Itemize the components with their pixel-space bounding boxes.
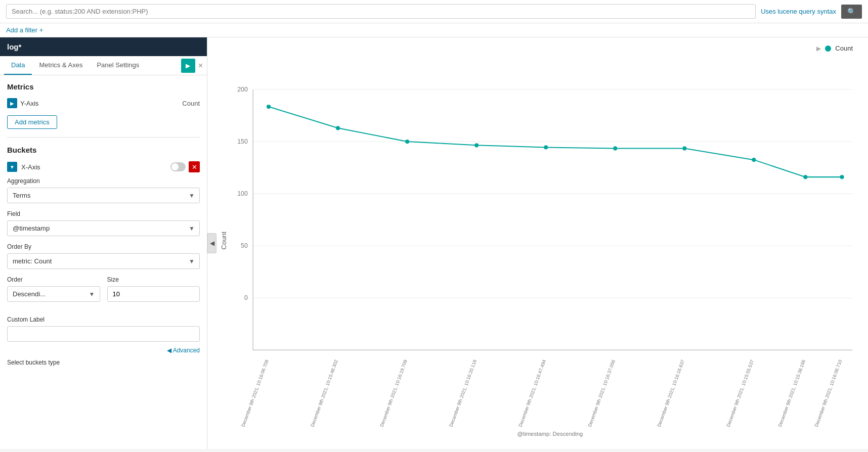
svg-point-21: [752, 158, 756, 162]
x-axis-toggle[interactable]: [170, 162, 186, 171]
size-col: Size: [107, 276, 200, 309]
y-axis-label: Y-Axis: [20, 100, 38, 107]
left-panel: log* Data Metrics & Axes Panel Settings …: [0, 37, 207, 449]
x-axis-label: X-Axis: [21, 163, 40, 171]
field-select-wrapper: @timestamp ▼: [7, 220, 200, 236]
order-col: Order Descendi... ▼: [7, 276, 100, 309]
svg-point-15: [336, 126, 340, 130]
svg-point-22: [803, 175, 807, 179]
y-axis-label-group: ▶ Y-Axis: [7, 98, 38, 108]
tab-panel-settings[interactable]: Panel Settings: [90, 56, 146, 75]
field-select[interactable]: @timestamp: [7, 220, 200, 236]
main-layout: log* Data Metrics & Axes Panel Settings …: [0, 37, 868, 449]
size-input[interactable]: [107, 286, 200, 302]
x-axis-delete-btn[interactable]: ✕: [189, 161, 200, 172]
svg-text:@timestamp: Descending: @timestamp: Descending: [517, 431, 583, 437]
buckets-section-title: Buckets: [7, 146, 36, 154]
svg-point-14: [267, 105, 271, 109]
svg-text:150: 150: [237, 138, 248, 145]
svg-text:December 9th 2021, 10:16:47.49: December 9th 2021, 10:16:47.494: [518, 359, 547, 428]
y-axis-collapse-btn[interactable]: ▶: [7, 98, 17, 108]
lucene-hint[interactable]: Uses lucene query syntax: [761, 8, 836, 15]
metrics-row: ▶ Y-Axis Count: [7, 98, 200, 108]
aggregation-select[interactable]: Terms: [7, 188, 200, 203]
custom-label-input[interactable]: [7, 326, 200, 342]
svg-text:December 9th 2021, 10:16:19.70: December 9th 2021, 10:16:19.709: [379, 359, 408, 428]
tab-actions: ▶ ×: [181, 59, 203, 73]
svg-text:200: 200: [237, 86, 248, 93]
close-button[interactable]: ×: [198, 61, 203, 70]
order-by-select[interactable]: metric: Count: [7, 253, 200, 269]
tab-data[interactable]: Data: [4, 56, 32, 75]
custom-label-label: Custom Label: [7, 316, 200, 323]
aggregation-label: Aggregation: [7, 177, 200, 185]
tab-metrics-axes[interactable]: Metrics & Axes: [32, 56, 90, 75]
chart-svg-container: Count 200 150 100 50 0: [216, 37, 868, 449]
svg-text:0: 0: [244, 294, 248, 301]
metrics-section-title: Metrics: [7, 82, 200, 91]
xaxis-row: ▼ X-Axis ✕: [7, 161, 200, 172]
order-by-label: Order By: [7, 243, 200, 250]
svg-text:100: 100: [237, 190, 248, 197]
metrics-divider: [7, 137, 200, 138]
svg-point-17: [474, 143, 479, 147]
chart-area: ◀ ▶ Count Count 200 150 100: [207, 37, 868, 449]
x-axis-collapse-btn[interactable]: ▼: [7, 162, 17, 172]
advanced-link[interactable]: ◀ Advanced: [7, 347, 200, 354]
panel-header: log*: [0, 37, 207, 56]
order-size-row: Order Descendi... ▼ Size: [7, 276, 200, 309]
svg-text:50: 50: [241, 242, 248, 249]
size-label: Size: [107, 276, 200, 283]
svg-point-16: [405, 140, 409, 144]
svg-text:December 9th 2021, 10:16:16.63: December 9th 2021, 10:16:16.637: [657, 359, 685, 428]
svg-point-23: [840, 175, 844, 179]
svg-text:December 9th 2021, 10:16:20.11: December 9th 2021, 10:16:20.118: [449, 359, 478, 428]
svg-point-19: [613, 146, 617, 150]
order-by-select-wrapper: metric: Count ▼: [7, 253, 200, 269]
order-select-wrapper: Descendi... ▼: [7, 286, 100, 302]
search-bar: Uses lucene query syntax 🔍: [0, 0, 868, 23]
svg-text:December 9th 2021, 10:15:48.30: December 9th 2021, 10:15:48.302: [310, 359, 338, 428]
panel-tabs: Data Metrics & Axes Panel Settings ▶ ×: [0, 56, 207, 75]
run-button[interactable]: ▶: [181, 59, 195, 73]
y-axis-count: Count: [182, 100, 200, 107]
panel-content: Metrics ▶ Y-Axis Count Add metrics Bucke…: [0, 75, 207, 449]
order-label: Order: [7, 276, 100, 283]
buckets-header-row: Buckets: [7, 146, 200, 154]
svg-text:December 9th 2021, 10:16:06.70: December 9th 2021, 10:16:06.709: [240, 359, 269, 428]
search-button[interactable]: 🔍: [841, 5, 862, 19]
chart-svg: Count 200 150 100 50 0: [216, 37, 868, 449]
svg-text:December 9th 2021, 10:15:55.53: December 9th 2021, 10:15:55.537: [726, 359, 755, 428]
svg-text:December 9th 2021, 10:16:06.71: December 9th 2021, 10:16:06.710: [814, 359, 843, 428]
svg-text:December 9th 2021, 10:16:37.05: December 9th 2021, 10:16:37.056: [587, 359, 616, 428]
panel-title: log*: [7, 42, 21, 51]
add-filter-label: Add a filter +: [6, 26, 43, 34]
aggregation-select-wrapper: Terms ▼: [7, 188, 200, 203]
filter-bar: Add a filter +: [0, 23, 868, 37]
svg-point-18: [544, 145, 548, 149]
search-input[interactable]: [6, 4, 756, 19]
order-select[interactable]: Descendi...: [7, 286, 100, 302]
svg-point-20: [682, 146, 686, 150]
svg-text:December 9th 2021, 10:15:38.16: December 9th 2021, 10:15:38.166: [777, 359, 806, 428]
svg-text:Count: Count: [220, 232, 228, 250]
add-filter-button[interactable]: Add a filter +: [6, 26, 43, 34]
field-label: Field: [7, 210, 200, 217]
collapse-panel-btn[interactable]: ◀: [207, 233, 216, 253]
add-metrics-button[interactable]: Add metrics: [7, 115, 57, 129]
select-buckets-label: Select buckets type: [7, 359, 200, 366]
